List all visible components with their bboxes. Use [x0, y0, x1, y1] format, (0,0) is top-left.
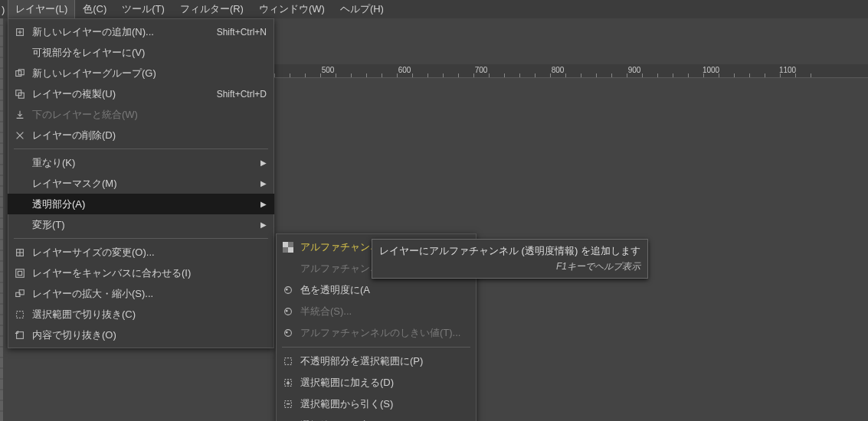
layer-menu-label: レイヤーをキャンバスに合わせる(I) — [32, 266, 267, 280]
blank-icon — [14, 178, 26, 190]
layer-menu-dropdown: 新しいレイヤーの追加(N)...Shift+Ctrl+N可視部分をレイヤーに(V… — [8, 18, 274, 348]
layer-menu-label: 重なり(K) — [32, 156, 260, 170]
chevron-right-icon: ▶ — [260, 220, 267, 229]
layer-menu-item-16[interactable]: 内容で切り抜き(O) — [8, 325, 274, 345]
trans-submenu-label: 半統合(S)... — [300, 305, 469, 318]
layer-menu-item-7[interactable]: 重なり(K)▶ — [8, 152, 274, 173]
svg-text:+: + — [287, 380, 290, 386]
layer-menu-item-5[interactable]: レイヤーの削除(D) — [8, 125, 274, 145]
chevron-right-icon: ▶ — [260, 158, 267, 167]
layer-menu-separator — [14, 238, 268, 239]
menubar-item-1[interactable]: 色(C) — [75, 0, 114, 19]
trans-submenu-item-7[interactable]: +選択範囲に加える(D) — [276, 372, 477, 393]
ruler-tick-label: 800 — [552, 66, 565, 74]
svg-rect-18 — [288, 247, 293, 253]
svg-point-24 — [286, 331, 287, 333]
delete-icon — [14, 129, 26, 142]
layer-menu-separator — [14, 148, 268, 149]
layer-menu-label: 新しいレイヤーの追加(N)... — [32, 25, 217, 39]
svg-point-19 — [285, 287, 292, 294]
svg-rect-11 — [18, 271, 21, 275]
chevron-right-icon: ▶ — [260, 179, 267, 188]
trans-submenu-item-9[interactable]: 選択範囲との交わり(I) — [276, 415, 477, 421]
trans-submenu-separator — [282, 347, 470, 348]
duplicate-icon — [14, 88, 26, 100]
blank-icon — [14, 198, 26, 210]
layer-menu-label: レイヤーの削除(D) — [32, 129, 267, 142]
gimp-icon — [282, 284, 294, 296]
layer-menu-item-1[interactable]: 可視部分をレイヤーに(V) — [8, 42, 274, 63]
group-icon — [14, 67, 26, 80]
chevron-right-icon: ▶ — [260, 200, 267, 208]
layer-menu-item-9[interactable]: 透明部分(A)▶ — [8, 194, 274, 214]
layer-menu-label: レイヤーサイズの変更(O)... — [32, 246, 267, 259]
new-layer-icon — [14, 26, 26, 38]
layer-menu-label: 内容で切り抜き(O) — [32, 328, 267, 342]
svg-rect-14 — [17, 311, 24, 318]
layer-menu-item-4: 下のレイヤーと統合(W) — [8, 104, 274, 125]
blank-icon — [14, 157, 26, 169]
resize-icon — [14, 246, 26, 259]
scale-icon — [14, 288, 26, 300]
fit-canvas-icon — [14, 267, 26, 279]
blank-icon — [14, 47, 26, 59]
layer-menu-item-14[interactable]: レイヤーの拡大・縮小(S)... — [8, 283, 274, 304]
svg-point-23 — [285, 330, 292, 337]
svg-rect-25 — [285, 358, 292, 365]
sel-sub-icon: − — [282, 398, 294, 410]
trans-submenu-item-6[interactable]: 不透明部分を選択範囲に(P) — [276, 351, 477, 372]
ruler-tick-label: 1000 — [703, 66, 719, 74]
trans-submenu-label: アルファチャンネルのしきい値(T)... — [300, 326, 469, 340]
layer-menu-label: 可視部分をレイヤーに(V) — [32, 46, 267, 60]
layer-menu-item-8[interactable]: レイヤーマスク(M)▶ — [8, 173, 274, 194]
menubar-truncated-item[interactable]: ) — [0, 1, 8, 18]
svg-point-21 — [285, 308, 292, 315]
menubar-item-2[interactable]: ツール(T) — [114, 0, 172, 19]
layer-menu-item-12[interactable]: レイヤーサイズの変更(O)... — [8, 242, 274, 263]
ruler-tick-label: 500 — [322, 66, 335, 74]
layer-menu-label: 下のレイヤーと統合(W) — [32, 108, 267, 122]
svg-text:−: − — [287, 401, 290, 406]
tooltip-hint: F1キーでヘルプ表示 — [379, 259, 640, 274]
svg-rect-10 — [16, 269, 25, 277]
ruler-tick-label: 900 — [628, 66, 641, 74]
layer-menu-label: 新しいレイヤーグループ(G) — [32, 67, 267, 80]
ruler-tick-label: 1100 — [779, 66, 796, 74]
gimp-icon — [282, 305, 294, 318]
ruler-tick-label: 600 — [398, 66, 411, 74]
menu-bar: ) レイヤー(L)色(C)ツール(T)フィルター(R)ウィンドウ(W)ヘルプ(H… — [0, 0, 868, 18]
layer-menu-label: 透明部分(A) — [32, 197, 260, 211]
layer-menu-label: レイヤーの複製(U) — [32, 87, 217, 101]
trans-submenu-item-8[interactable]: −選択範囲から引く(S) — [276, 393, 477, 415]
layer-menu-label: レイヤーの拡大・縮小(S)... — [32, 287, 267, 301]
blank-icon — [14, 219, 26, 231]
layer-menu-item-2[interactable]: 新しいレイヤーグループ(G) — [8, 63, 274, 83]
trans-submenu-item-2[interactable]: 色を透明度に(A — [276, 279, 477, 301]
shortcut-label: Shift+Ctrl+D — [217, 89, 267, 100]
checker-icon — [282, 241, 294, 253]
layer-menu-item-10[interactable]: 変形(T)▶ — [8, 214, 274, 235]
svg-point-22 — [286, 310, 287, 312]
trans-submenu-label: 色を透明度に(A — [300, 283, 469, 297]
trans-submenu-label: 選択範囲に加える(D) — [300, 376, 469, 390]
trans-submenu-item-4: アルファチャンネルのしきい値(T)... — [276, 322, 477, 344]
menubar-item-0[interactable]: レイヤー(L) — [8, 0, 75, 19]
crop-content-icon — [14, 329, 26, 341]
shortcut-label: Shift+Ctrl+N — [217, 27, 267, 38]
svg-point-20 — [286, 289, 287, 290]
canvas-left-edge — [0, 18, 3, 421]
layer-menu-item-0[interactable]: 新しいレイヤーの追加(N)...Shift+Ctrl+N — [8, 21, 274, 42]
merge-down-icon — [14, 109, 26, 121]
layer-menu-label: レイヤーマスク(M) — [32, 177, 260, 191]
layer-menu-item-15[interactable]: 選択範囲で切り抜き(C) — [8, 304, 274, 325]
crop-sel-icon — [14, 308, 26, 321]
svg-rect-17 — [283, 242, 288, 247]
menubar-item-4[interactable]: ウィンドウ(W) — [251, 0, 332, 19]
menubar-item-3[interactable]: フィルター(R) — [172, 0, 251, 19]
horizontal-ruler: 50060070080090010001100 — [274, 64, 868, 78]
layer-menu-item-13[interactable]: レイヤーをキャンバスに合わせる(I) — [8, 263, 274, 283]
layer-menu-item-3[interactable]: レイヤーの複製(U)Shift+Ctrl+D — [8, 83, 274, 104]
menubar-item-5[interactable]: ヘルプ(H) — [332, 0, 391, 19]
tooltip: レイヤーにアルファチャンネル (透明度情報) を追加します F1キーでヘルプ表示 — [372, 239, 648, 279]
sel-add-icon: + — [282, 377, 294, 389]
